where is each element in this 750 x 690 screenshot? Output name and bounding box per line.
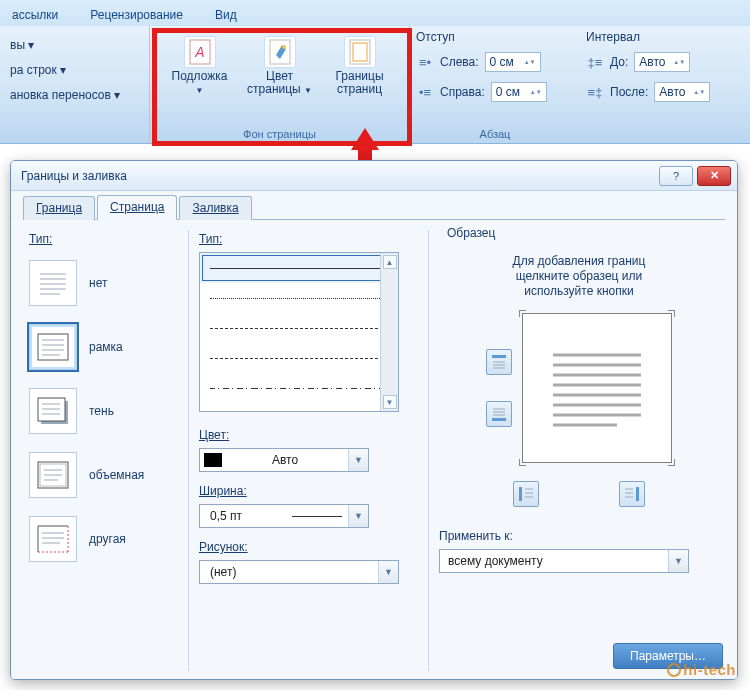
dialog-tabs: Граница Страница Заливка [11,191,737,219]
setting-box[interactable]: рамка [29,324,178,370]
space-after-label: После: [610,85,648,99]
page-setup-opt-3[interactable]: ановка переносов ▾ [6,84,124,106]
space-before-label: До: [610,55,628,69]
chevron-down-icon[interactable]: ▼ [378,561,398,583]
apply-to-combo[interactable]: всему документу ▼ [439,549,689,573]
setting-none-icon [29,260,77,306]
tab-view[interactable]: Вид [213,4,239,26]
page-setup-opt-1[interactable]: вы ▾ [6,34,124,56]
edge-left-button[interactable] [513,481,539,507]
dialog-title: Границы и заливка [21,169,655,183]
line-style-dashdot[interactable] [200,373,398,403]
line-style-solid[interactable] [200,253,398,283]
space-after-input[interactable]: Авто▲▼ [654,82,710,102]
edge-top-button[interactable] [486,349,512,375]
page-borders-icon [344,36,376,68]
scroll-up-icon[interactable]: ▲ [383,255,397,269]
tab-page[interactable]: Страница [97,195,177,220]
space-after-icon: ≡‡ [586,85,604,100]
edge-right-button[interactable] [619,481,645,507]
setting-box-icon [29,324,77,370]
setting-none[interactable]: нет [29,260,178,306]
color-swatch-icon [204,453,222,467]
group-title-page-setup [6,126,143,143]
indent-heading: Отступ [416,30,574,46]
setting-none-label: нет [89,276,107,290]
indent-left-icon: ≡• [416,55,434,70]
page-color-button[interactable]: Цвет страницы ▼ [245,34,315,97]
tab-references[interactable]: ассылки [10,4,60,26]
art-value: (нет) [200,565,378,579]
tab-fill[interactable]: Заливка [179,196,251,220]
preview-column: Образец Для добавления границ щелкните о… [429,230,729,671]
setting-3d[interactable]: объемная [29,452,178,498]
dialog-titlebar[interactable]: Границы и заливка ? ✕ [11,161,737,191]
setting-custom-label: другая [89,532,126,546]
width-value: 0,5 пт [200,509,292,523]
page-borders-button[interactable]: Границы страниц [325,34,395,96]
indent-right-icon: •≡ [416,85,434,100]
line-style-dash-fine[interactable] [200,313,398,343]
svg-rect-33 [492,355,506,358]
svg-rect-49 [519,487,522,501]
ribbon: вы ▾ ра строк ▾ ановка переносов ▾ A Под… [0,26,750,144]
art-combo[interactable]: (нет) ▼ [199,560,399,584]
watermark-button[interactable]: A Подложка▼ [165,34,235,97]
art-label: Рисунок: [199,538,418,560]
close-button[interactable]: ✕ [697,166,731,186]
indent-left-input[interactable]: 0 см▲▼ [485,52,541,72]
style-column: Тип: ▲ ▼ Цвет: Авто ▼ Ширина: 0,5 п [189,230,429,671]
chevron-down-icon[interactable]: ▼ [348,505,368,527]
annotation-arrow-head [351,128,379,150]
line-style-dash[interactable] [200,343,398,373]
space-before-input[interactable]: Авто▲▼ [634,52,690,72]
setting-label: Тип: [29,230,178,252]
color-label: Цвет: [199,426,418,448]
line-style-dotted[interactable] [200,283,398,313]
setting-box-label: рамка [89,340,123,354]
group-title-paragraph: Абзац [416,126,574,143]
style-type-label: Тип: [199,230,418,252]
setting-custom[interactable]: другая [29,516,178,562]
edge-bottom-button[interactable] [486,401,512,427]
setting-3d-icon [29,452,77,498]
setting-column: Тип: нет рамка тень объемная другая [19,230,189,671]
color-combo[interactable]: Авто ▼ [199,448,369,472]
options-button[interactable]: Параметры… [613,643,723,669]
color-value: Авто [222,453,348,467]
svg-rect-11 [38,334,68,360]
tab-review[interactable]: Рецензирование [88,4,185,26]
spinner-icon[interactable]: ▲▼ [524,59,536,65]
preview-legend: Образец [443,226,499,240]
tab-border[interactable]: Граница [23,196,95,220]
setting-shadow[interactable]: тень [29,388,178,434]
preview-hint: Для добавления границ щелкните образец и… [439,234,719,307]
line-style-list[interactable]: ▲ ▼ [199,252,399,412]
space-before-icon: ‡≡ [586,55,604,70]
setting-custom-icon [29,516,77,562]
help-button[interactable]: ? [659,166,693,186]
group-indent: Отступ ≡• Слева: 0 см▲▼ •≡ Справа: 0 см▲… [410,26,580,143]
spacing-heading: Интервал [586,30,734,46]
group-page-setup-partial: вы ▾ ра строк ▾ ановка переносов ▾ [0,26,150,143]
setting-shadow-icon [29,388,77,434]
svg-rect-40 [492,418,506,421]
chevron-down-icon[interactable]: ▼ [348,449,368,471]
spinner-icon[interactable]: ▲▼ [673,59,685,65]
width-combo[interactable]: 0,5 пт ▼ [199,504,369,528]
indent-right-label: Справа: [440,85,485,99]
page-preview[interactable] [522,313,672,463]
group-page-background: A Подложка▼ Цвет страницы ▼ Границы стра… [150,26,410,143]
chevron-down-icon[interactable]: ▼ [668,550,688,572]
group-spacing: Интервал ‡≡ До: Авто▲▼ ≡‡ После: Авто▲▼ [580,26,740,143]
apply-to-value: всему документу [440,554,668,568]
spinner-icon[interactable]: ▲▼ [693,89,705,95]
svg-point-3 [282,45,286,49]
spinner-icon[interactable]: ▲▼ [530,89,542,95]
page-setup-opt-2[interactable]: ра строк ▾ [6,59,124,81]
indent-right-input[interactable]: 0 см▲▼ [491,82,547,102]
scroll-down-icon[interactable]: ▼ [383,395,397,409]
svg-text:A: A [194,44,204,60]
svg-rect-56 [636,487,639,501]
line-style-scrollbar[interactable]: ▲ ▼ [380,253,398,411]
